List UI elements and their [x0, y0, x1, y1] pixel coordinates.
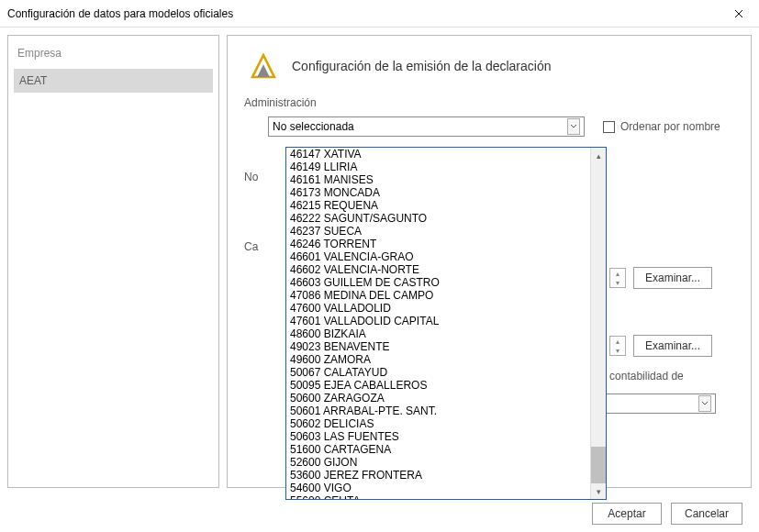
dropdown-item[interactable]: 54600 VIGO	[286, 482, 590, 494]
window-title: Configuración de datos para modelos ofic…	[7, 7, 233, 20]
close-icon	[734, 9, 743, 18]
dropdown-item[interactable]: 46246 TORRENT	[286, 238, 590, 250]
close-button[interactable]	[718, 0, 759, 28]
browse-button-1[interactable]: Examinar...	[633, 267, 712, 289]
dropdown-item[interactable]: 47600 VALLADOLID	[286, 302, 590, 315]
dropdown-item[interactable]: 55600 CEUTA	[286, 494, 590, 499]
chevron-down-icon	[698, 395, 711, 412]
admin-dropdown-list[interactable]: 46147 XATIVA46149 LLIRIA46161 MANISES461…	[285, 147, 607, 500]
dropdown-item[interactable]: 53600 JEREZ FRONTERA	[286, 469, 590, 482]
dropdown-item[interactable]: 46222 SAGUNT/SAGUNTO	[286, 212, 590, 225]
dropdown-item[interactable]: 48600 BIZKAIA	[286, 327, 590, 340]
left-panel-header: Empresa	[14, 41, 213, 69]
hidden-label-no: No	[244, 171, 258, 183]
chevron-up-icon: ▴	[610, 337, 625, 346]
dropdown-item[interactable]: 50603 LAS FUENTES	[286, 430, 590, 443]
chevron-down-icon: ▾	[610, 346, 625, 355]
dropdown-item[interactable]: 46237 SUECA	[286, 225, 590, 238]
chevron-down-icon	[567, 118, 580, 135]
spinner-2[interactable]: ▴ ▾	[609, 336, 626, 356]
left-panel: Empresa AEAT	[7, 35, 219, 488]
chevron-up-icon: ▴	[610, 269, 625, 278]
dropdown-item[interactable]: 49023 BENAVENTE	[286, 340, 590, 353]
dropdown-item[interactable]: 52600 GIJON	[286, 456, 590, 469]
admin-combo-value: No seleccionada	[273, 120, 354, 133]
dropdown-scrollbar[interactable]: ▴ ▾	[590, 148, 606, 499]
dropdown-item[interactable]: 46173 MONCADA	[286, 186, 590, 199]
dropdown-item[interactable]: 46215 REQUENA	[286, 199, 590, 212]
section-title: Configuración de la emisión de la declar…	[292, 59, 552, 73]
admin-label: Administración	[244, 93, 734, 116]
ok-button[interactable]: Aceptar	[592, 503, 662, 525]
dropdown-item[interactable]: 47601 VALLADOLID CAPITAL	[286, 315, 590, 327]
dropdown-item[interactable]: 50067 CALATAYUD	[286, 366, 590, 379]
dropdown-item[interactable]: 47086 MEDINA DEL CAMPO	[286, 289, 590, 302]
aeat-logo-icon	[248, 50, 279, 82]
titlebar: Configuración de datos para modelos ofic…	[0, 0, 759, 28]
admin-row: No seleccionada Ordenar por nombre	[244, 116, 734, 137]
spinner-1[interactable]: ▴ ▾	[609, 268, 626, 288]
tree-item-aeat[interactable]: AEAT	[14, 69, 213, 93]
dropdown-item[interactable]: 46161 MANISES	[286, 173, 590, 186]
section-header: Configuración de la emisión de la declar…	[244, 45, 734, 93]
admin-combo[interactable]: No seleccionada	[268, 116, 585, 137]
dropdown-item[interactable]: 50602 DELICIAS	[286, 417, 590, 430]
hidden-label-ca: Ca	[244, 240, 258, 253]
dropdown-item[interactable]: 49600 ZAMORA	[286, 353, 590, 366]
dropdown-item[interactable]: 46601 VALENCIA-GRAO	[286, 250, 590, 263]
browse-button-2[interactable]: Examinar...	[633, 335, 712, 357]
dropdown-item[interactable]: 51600 CARTAGENA	[286, 443, 590, 456]
dropdown-item[interactable]: 50601 ARRABAL-PTE. SANT.	[286, 405, 590, 417]
dropdown-item[interactable]: 46147 XATIVA	[286, 148, 590, 161]
scroll-down-icon: ▾	[591, 483, 606, 499]
scroll-thumb[interactable]	[591, 447, 606, 483]
order-by-name-label: Ordenar por nombre	[620, 120, 720, 133]
dialog-footer: Aceptar Cancelar	[0, 495, 759, 532]
dropdown-item[interactable]: 46602 VALENCIA-NORTE	[286, 263, 590, 276]
dropdown-item[interactable]: 50600 ZARAGOZA	[286, 392, 590, 405]
dropdown-item[interactable]: 50095 EJEA CABALLEROS	[286, 379, 590, 392]
checkbox-box-icon	[603, 121, 615, 133]
scroll-up-icon: ▴	[591, 148, 606, 163]
chevron-down-icon: ▾	[610, 278, 625, 287]
dropdown-item[interactable]: 46603 GUILLEM DE CASTRO	[286, 276, 590, 289]
order-by-name-checkbox[interactable]: Ordenar por nombre	[603, 120, 720, 133]
dropdown-item[interactable]: 46149 LLIRIA	[286, 161, 590, 173]
cancel-button[interactable]: Cancelar	[671, 503, 742, 525]
